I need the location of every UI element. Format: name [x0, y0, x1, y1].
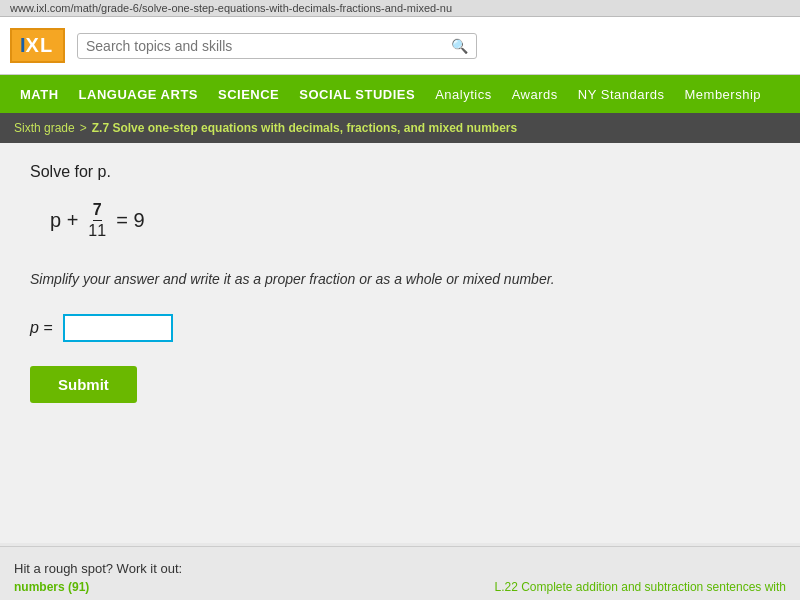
fraction-numerator: 7 [93, 201, 102, 221]
breadcrumb-current: Z.7 Solve one-step equations with decima… [92, 121, 517, 135]
nav-math[interactable]: MATH [10, 75, 69, 113]
bottom-bar: Hit a rough spot? Work it out: numbers (… [0, 546, 800, 600]
equation-left: p + [50, 209, 78, 232]
breadcrumb-separator: > [80, 121, 87, 135]
bottom-row: numbers (91) L.22 Complete addition and … [14, 580, 786, 594]
top-bar: I XL 🔍 [0, 17, 800, 75]
nav-language-arts[interactable]: LANGUAGE ARTS [69, 75, 208, 113]
nav-ny-standards[interactable]: NY Standards [568, 75, 675, 113]
url-bar: www.ixl.com/math/grade-6/solve-one-step-… [0, 0, 800, 17]
left-hint: numbers (91) [14, 580, 89, 594]
nav-analytics[interactable]: Analytics [425, 75, 502, 113]
search-icon: 🔍 [451, 38, 468, 54]
equation-area: p + 7 11 = 9 [50, 201, 770, 239]
nav-bar: MATH LANGUAGE ARTS SCIENCE SOCIAL STUDIE… [0, 75, 800, 113]
nav-science[interactable]: SCIENCE [208, 75, 289, 113]
answer-input[interactable] [63, 314, 173, 342]
fraction-denominator: 11 [88, 221, 106, 240]
nav-membership[interactable]: Membership [675, 75, 772, 113]
nav-awards[interactable]: Awards [502, 75, 568, 113]
logo-xl: XL [26, 34, 54, 57]
logo[interactable]: I XL [10, 28, 65, 63]
equation-right: = 9 [116, 209, 144, 232]
nav-social-studies[interactable]: SOCIAL STUDIES [289, 75, 425, 113]
breadcrumb: Sixth grade > Z.7 Solve one-step equatio… [0, 113, 800, 143]
submit-button[interactable]: Submit [30, 366, 137, 403]
right-hint: L.22 Complete addition and subtraction s… [494, 580, 786, 594]
breadcrumb-parent[interactable]: Sixth grade [14, 121, 75, 135]
answer-row: p = [30, 314, 770, 342]
p-label: p = [30, 319, 53, 337]
fraction: 7 11 [88, 201, 106, 239]
main-content: Solve for p. p + 7 11 = 9 Simplify your … [0, 143, 800, 543]
search-input[interactable] [86, 38, 447, 54]
solve-label: Solve for p. [30, 163, 770, 181]
search-bar: 🔍 [77, 33, 477, 59]
hit-rough-spot-label: Hit a rough spot? Work it out: [14, 561, 786, 576]
instruction-text: Simplify your answer and write it as a p… [30, 269, 770, 290]
